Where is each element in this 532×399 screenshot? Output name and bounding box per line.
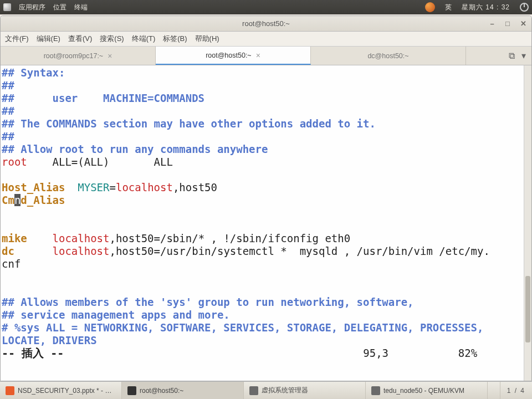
tab-label: dc@host50:~ <box>367 52 408 60</box>
scrollbar-thumb[interactable] <box>525 276 530 342</box>
task-terminal[interactable]: root@host50:~ <box>122 382 244 399</box>
broadcast-icon[interactable]: ⧉ <box>509 51 515 61</box>
task-label: root@host50:~ <box>140 387 183 395</box>
menu-help[interactable]: 帮助(H) <box>195 34 219 44</box>
terminal-window: root@host50:~ – □ ✕ 文件(F) 编辑(E) 查看(V) 搜索… <box>0 16 532 381</box>
tab-label: root@host50:~ <box>206 52 252 59</box>
panel-ime-lang[interactable]: 英 <box>445 3 452 12</box>
terminal-scrollbar[interactable] <box>524 65 531 381</box>
vim-percent: 82% <box>458 347 477 359</box>
panel-places[interactable]: 位置 <box>53 3 66 12</box>
wps-icon <box>6 386 14 395</box>
minimize-button[interactable]: – <box>487 19 497 29</box>
vim-position: 95,3 <box>363 347 388 359</box>
menu-terminal[interactable]: 终端(T) <box>132 34 156 44</box>
tab-close-icon[interactable]: × <box>256 51 260 60</box>
gnome-top-panel: 应用程序 位置 终端 英 星期六 14 : 32 <box>0 0 532 14</box>
task-label: NSD_SECURITY_03.pptx * - W… <box>18 387 116 395</box>
panel-clock[interactable]: 星期六 14 : 32 <box>462 3 510 12</box>
task-presentation[interactable]: NSD_SECURITY_03.pptx * - W… <box>0 382 122 399</box>
panel-applications[interactable]: 应用程序 <box>19 3 45 12</box>
terminal-icon <box>127 386 136 395</box>
maximize-button[interactable]: □ <box>503 19 513 29</box>
activities-icon[interactable] <box>3 3 11 11</box>
ime-status-icon[interactable] <box>425 2 435 12</box>
task-label: tedu_node50 - QEMU/KVM <box>383 387 464 395</box>
tab-host50-root[interactable]: root@host50:~ × <box>156 47 311 65</box>
panel-terminal[interactable]: 终端 <box>74 3 88 12</box>
virt-manager-icon <box>249 386 258 395</box>
task-label: 虚拟系统管理器 <box>262 386 308 395</box>
qemu-icon <box>371 386 380 395</box>
text-cursor: n <box>14 194 21 206</box>
task-qemu[interactable]: tedu_node50 - QEMU/KVM <box>366 382 488 399</box>
menu-file[interactable]: 文件(F) <box>5 34 29 44</box>
menu-edit[interactable]: 编辑(E) <box>37 34 60 44</box>
tab-room9pc17[interactable]: root@room9pc17:~ × <box>1 47 156 65</box>
vim-mode: -- 插入 -- <box>2 346 64 360</box>
gnome-taskbar: NSD_SECURITY_03.pptx * - W… root@host50:… <box>0 381 532 399</box>
tab-label: root@room9pc17:~ <box>44 52 104 60</box>
menu-search[interactable]: 搜索(S) <box>100 34 124 44</box>
window-title: root@host50:~ <box>242 19 290 28</box>
tab-close-icon[interactable]: × <box>108 52 112 60</box>
tab-host50-dc[interactable]: dc@host50:~ <box>311 47 466 65</box>
power-icon[interactable] <box>520 3 529 12</box>
tabbar: root@room9pc17:~ × root@host50:~ × dc@ho… <box>1 47 531 65</box>
task-virtmanager[interactable]: 虚拟系统管理器 <box>244 382 366 399</box>
menubar: 文件(F) 编辑(E) 查看(V) 搜索(S) 终端(T) 标签(B) 帮助(H… <box>1 32 531 47</box>
close-button[interactable]: ✕ <box>518 19 528 29</box>
menu-view[interactable]: 查看(V) <box>68 34 92 44</box>
workspace-indicator[interactable]: 1 / 4 <box>500 382 532 399</box>
terminal-content[interactable]: ## Syntax: ## ## user MACHINE=COMMANDS #… <box>1 65 524 381</box>
window-titlebar[interactable]: root@host50:~ – □ ✕ <box>1 16 531 32</box>
menu-tabs[interactable]: 标签(B) <box>163 34 187 44</box>
tab-menu-icon[interactable]: ▾ <box>521 50 526 61</box>
